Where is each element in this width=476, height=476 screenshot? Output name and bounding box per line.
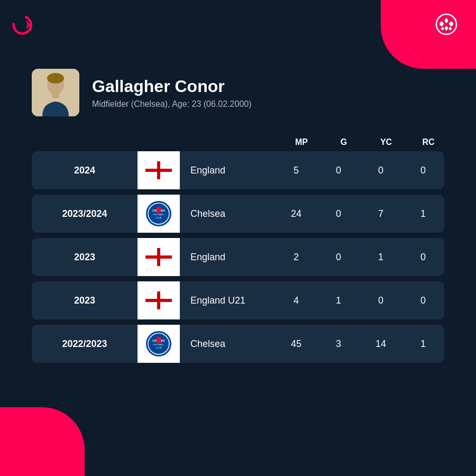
year-cell: 2022/2023 bbox=[32, 338, 138, 350]
g-cell: 0 bbox=[317, 252, 360, 263]
table-row: 2024England5000 bbox=[32, 151, 444, 189]
player-info: Gallagher Conor Midfielder (Chelsea), Ag… bbox=[92, 77, 252, 109]
year-cell: 2023 bbox=[32, 252, 138, 263]
player-name: Gallagher Conor bbox=[92, 77, 252, 96]
team-name-cell: Chelsea bbox=[180, 338, 275, 350]
header-g: G bbox=[323, 138, 365, 147]
svg-marker-4 bbox=[440, 21, 444, 26]
mp-cell: 4 bbox=[275, 295, 317, 306]
soccer-ball-icon bbox=[435, 13, 457, 40]
app-logo bbox=[12, 12, 41, 38]
mp-cell: 5 bbox=[275, 165, 317, 176]
g-cell: 0 bbox=[317, 165, 360, 176]
flag-cell bbox=[138, 238, 180, 276]
g-cell: 0 bbox=[317, 208, 360, 219]
year-cell: 2024 bbox=[32, 165, 138, 176]
svg-text:FOOTBALL: FOOTBALL bbox=[153, 213, 165, 216]
table-row: 2023/2024 CHELSEA FOOTBALL CLUB Chelsea2… bbox=[32, 195, 444, 233]
yc-cell: 7 bbox=[360, 208, 402, 219]
flag-cell: CHELSEA FOOTBALL CLUB bbox=[138, 195, 180, 233]
svg-marker-5 bbox=[448, 21, 453, 26]
svg-marker-3 bbox=[444, 17, 448, 24]
england-flag-icon bbox=[145, 291, 172, 309]
yc-cell: 0 bbox=[360, 165, 402, 176]
header-mp: MP bbox=[280, 138, 323, 147]
team-name-cell: England bbox=[180, 165, 275, 176]
chelsea-badge-icon: CHELSEA FOOTBALL CLUB bbox=[145, 200, 172, 227]
table-row: 2022/2023 CHELSEA FOOTBALL CLUB Chelsea4… bbox=[32, 325, 444, 363]
stats-table-body: 2024England50002023/2024 CHELSEA FOOTBAL… bbox=[32, 151, 444, 363]
svg-marker-7 bbox=[441, 26, 444, 31]
table-row: 2023England2010 bbox=[32, 238, 444, 276]
team-name-cell: England U21 bbox=[180, 295, 275, 306]
svg-marker-8 bbox=[448, 26, 452, 31]
svg-rect-19 bbox=[157, 209, 161, 213]
rc-cell: 0 bbox=[402, 295, 444, 306]
year-cell: 2023/2024 bbox=[32, 208, 138, 219]
svg-point-11 bbox=[47, 73, 64, 84]
corner-decoration-top-right bbox=[381, 0, 476, 69]
team-name-cell: Chelsea bbox=[180, 208, 275, 219]
player-avatar bbox=[32, 69, 79, 116]
yc-cell: 14 bbox=[360, 338, 402, 350]
yc-cell: 0 bbox=[360, 295, 402, 306]
year-cell: 2023 bbox=[32, 295, 138, 306]
header-yc: YC bbox=[365, 138, 407, 147]
mp-cell: 24 bbox=[275, 208, 317, 219]
team-name-cell: England bbox=[180, 252, 275, 263]
rc-cell: 0 bbox=[402, 165, 444, 176]
rc-cell: 1 bbox=[402, 208, 444, 219]
rc-cell: 0 bbox=[402, 252, 444, 263]
stats-table-header: MP G YC RC bbox=[32, 138, 444, 147]
yc-cell: 1 bbox=[360, 252, 402, 263]
rc-cell: 1 bbox=[402, 338, 444, 350]
svg-text:CLUB: CLUB bbox=[156, 216, 162, 219]
svg-rect-12 bbox=[52, 92, 59, 98]
g-cell: 3 bbox=[317, 338, 360, 350]
flag-cell bbox=[138, 151, 180, 189]
g-cell: 1 bbox=[317, 295, 360, 306]
england-flag-icon bbox=[145, 161, 172, 179]
svg-text:FOOTBALL: FOOTBALL bbox=[153, 343, 165, 346]
player-subtitle: Midfielder (Chelsea), Age: 23 (06.02.200… bbox=[92, 99, 252, 109]
chelsea-badge-icon: CHELSEA FOOTBALL CLUB bbox=[145, 330, 172, 358]
mp-cell: 2 bbox=[275, 252, 317, 263]
svg-text:CLUB: CLUB bbox=[156, 346, 162, 349]
england-flag-icon bbox=[145, 248, 172, 266]
header-rc: RC bbox=[407, 138, 450, 147]
table-row: 2023England U214100 bbox=[32, 281, 444, 319]
main-content: Gallagher Conor Midfielder (Chelsea), Ag… bbox=[32, 69, 444, 368]
player-header: Gallagher Conor Midfielder (Chelsea), Ag… bbox=[32, 69, 444, 116]
mp-cell: 45 bbox=[275, 338, 317, 350]
svg-rect-26 bbox=[157, 340, 161, 343]
flag-cell: CHELSEA FOOTBALL CLUB bbox=[138, 325, 180, 363]
corner-decoration-bottom-left bbox=[0, 407, 85, 476]
svg-marker-6 bbox=[444, 25, 448, 31]
flag-cell bbox=[138, 281, 180, 319]
